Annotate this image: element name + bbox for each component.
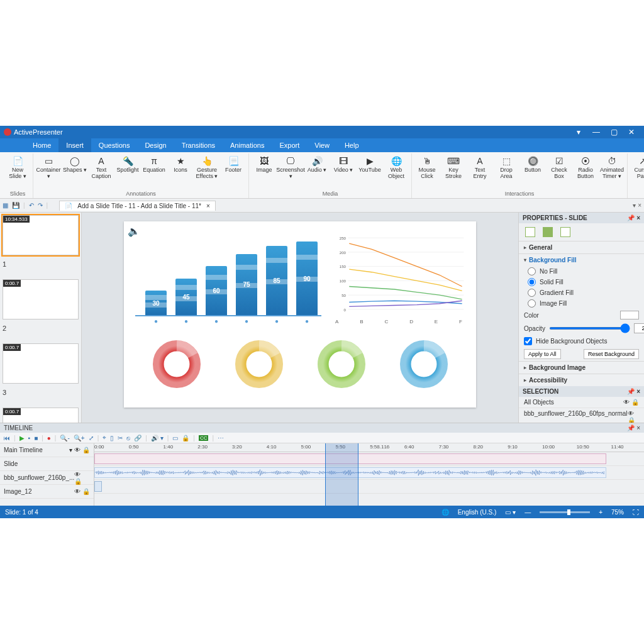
bar[interactable]: 30 <box>145 291 167 315</box>
zoom-in-icon[interactable]: + <box>599 509 602 516</box>
timeline-row-image[interactable]: Image_12👁 🔒 <box>0 485 94 499</box>
zoom-out-icon[interactable]: — <box>525 509 531 516</box>
ribbon-mouse-click[interactable]: 🖱MouseClick <box>414 153 440 181</box>
slide-thumbnail[interactable]: 0:00.7 <box>3 279 79 319</box>
bar[interactable]: 85 <box>266 246 287 316</box>
ribbon-new-slide-[interactable]: 📄NewSlide ▾ <box>5 153 30 181</box>
ribbon-radio-button[interactable]: ⦿RadioButton <box>573 153 598 181</box>
minimize-button[interactable]: — <box>587 128 605 136</box>
tl-more-icon[interactable]: ⋯ <box>218 435 224 441</box>
tl-play-icon[interactable]: ▶ <box>19 435 25 441</box>
ribbon-text-entry[interactable]: ATextEntry <box>467 153 492 181</box>
bar-chart[interactable]: 304560758590 <box>135 228 321 316</box>
timeline-row-audio[interactable]: bbb_sunflower_2160p_...👁 🔒 <box>0 471 94 485</box>
slide-canvas[interactable]: 🔈 304560758590 ●●●●●● 050100150200250 AB… <box>124 221 476 408</box>
tl-zoom-out-icon[interactable]: 🔍- <box>60 435 69 441</box>
timeline-track-select[interactable]: Main Timeline▾ 👁 🔒 <box>0 443 94 457</box>
ribbon-spotlight[interactable]: 🔦Spotlight <box>115 153 140 181</box>
prop-tab-3-icon[interactable] <box>560 227 570 237</box>
properties-tabs[interactable] <box>519 223 644 241</box>
section-accessibility[interactable]: ▸Accessibility <box>519 374 644 386</box>
opacity-slider[interactable] <box>549 327 630 330</box>
tl-lock-icon[interactable]: 🔒 <box>182 435 189 441</box>
close-tab-icon[interactable]: × <box>206 203 210 209</box>
menu-home[interactable]: Home <box>25 138 58 152</box>
slide-thumbnail[interactable]: 10:34.533 <box>3 215 79 255</box>
donut-chart[interactable] <box>317 340 366 389</box>
donut-chart[interactable] <box>235 340 284 389</box>
reset-bg-button[interactable]: Reset Background <box>584 349 639 359</box>
ribbon-youtube[interactable]: ▶YouTube <box>357 153 382 181</box>
properties-pin-icon[interactable]: 📌 × <box>627 214 640 221</box>
ribbon-shapes-[interactable]: ◯Shapes ▾ <box>62 153 87 181</box>
ribbon-footer[interactable]: 📃Footer <box>221 153 246 181</box>
ribbon-web-object[interactable]: 🌐WebObject <box>384 153 409 181</box>
track-audio[interactable] <box>94 466 644 480</box>
tl-link-icon[interactable]: 🔗 <box>134 435 142 441</box>
document-tab[interactable]: 📄 Add a Slide Title - 11 - Add a Slide T… <box>59 201 216 211</box>
timeline-tracks[interactable]: 0:000:501:402:303:204:105:005:505:58.116… <box>94 443 644 506</box>
menu-animations[interactable]: Animations <box>223 138 272 152</box>
ribbon-equation[interactable]: πEquation <box>142 153 167 181</box>
ribbon-button[interactable]: 🔘Button <box>520 153 545 181</box>
visibility-icon[interactable]: 👁 🔒 <box>623 399 639 406</box>
menu-design[interactable]: Design <box>137 138 174 152</box>
opacity-input[interactable] <box>634 323 644 333</box>
status-language[interactable]: English (U.S.) <box>458 509 497 516</box>
help-dropdown-icon[interactable]: ▾ <box>570 128 587 136</box>
tl-select-icon[interactable]: ▭ <box>172 435 178 441</box>
selection-pin-icon[interactable]: 📌 × <box>627 388 640 395</box>
section-general[interactable]: ▸General <box>519 241 644 253</box>
qa-save-icon[interactable]: 💾 <box>12 202 19 209</box>
tl-cc-icon[interactable]: CC <box>199 435 209 441</box>
fill-no-fill[interactable]: No Fill <box>519 266 644 277</box>
track-slide[interactable] <box>94 452 644 466</box>
menu-view[interactable]: View <box>307 138 337 152</box>
apply-all-button[interactable]: Apply to All <box>524 349 561 359</box>
prop-tab-2-icon[interactable] <box>543 227 553 237</box>
qa-redo-icon[interactable]: ↷ <box>38 202 43 209</box>
tl-snap-icon[interactable]: ⌖ <box>103 434 106 441</box>
color-swatch[interactable] <box>620 311 639 319</box>
tl-volume-icon[interactable]: 🔊 ▾ <box>151 435 164 441</box>
ribbon-video-[interactable]: 🎞Video ▾ <box>331 153 356 181</box>
bar[interactable]: 60 <box>206 266 227 315</box>
tl-pause-icon[interactable]: ▪ <box>28 435 31 441</box>
visibility-icon[interactable]: 👁 🔒 <box>628 410 639 424</box>
fill-image[interactable]: Image Fill <box>519 298 644 309</box>
playhead-selection[interactable] <box>325 443 358 506</box>
ribbon-gesture-effects-[interactable]: 👆GestureEffects ▾ <box>194 153 219 181</box>
timeline-row-slide[interactable]: Slide <box>0 457 94 471</box>
zoom-slider[interactable] <box>540 511 590 513</box>
tl-split-icon[interactable]: ⎋ <box>126 435 130 441</box>
ribbon-icons[interactable]: ★Icons <box>168 153 193 181</box>
section-background-fill[interactable]: ▾Background Fill <box>519 253 644 266</box>
tl-stop-icon[interactable]: ■ <box>34 435 38 441</box>
timeline-ruler[interactable]: 0:000:501:402:303:204:105:005:505:58.116… <box>94 443 644 452</box>
bar[interactable]: 90 <box>296 242 318 315</box>
ribbon-screenshot-[interactable]: 🖵Screenshot ▾ <box>278 153 303 181</box>
tl-record-icon[interactable]: ● <box>47 435 51 441</box>
menu-questions[interactable]: Questions <box>91 138 138 152</box>
canvas-area[interactable]: 🔈 304560758590 ●●●●●● 050100150200250 AB… <box>82 213 518 423</box>
close-button[interactable]: ✕ <box>623 128 640 136</box>
line-chart[interactable]: 050100150200250 <box>333 230 465 318</box>
tl-zoom-fit-icon[interactable]: ⤢ <box>89 435 94 441</box>
ribbon-image[interactable]: 🖼Image <box>252 153 277 181</box>
ribbon-check-box[interactable]: ☑CheckBox <box>547 153 572 181</box>
tl-zoom-in-icon[interactable]: 🔍+ <box>74 435 85 441</box>
ribbon-audio-[interactable]: 🔊Audio ▾ <box>304 153 330 181</box>
qa-undo-icon[interactable]: ↶ <box>29 202 34 209</box>
maximize-button[interactable]: ▢ <box>605 128 623 136</box>
menu-help[interactable]: Help <box>337 138 367 152</box>
selection-item[interactable]: All Objects👁 🔒 <box>519 397 644 408</box>
menu-transitions[interactable]: Transitions <box>174 138 223 152</box>
fill-gradient[interactable]: Gradient Fill <box>519 287 644 298</box>
donut-chart[interactable] <box>399 340 448 389</box>
prop-tab-1-icon[interactable] <box>525 227 535 237</box>
ribbon-key-stroke[interactable]: ⌨KeyStroke <box>441 153 466 181</box>
slide-thumbnail[interactable]: 0:00.7 <box>3 343 79 384</box>
section-background-image[interactable]: ▸Background Image <box>519 361 644 374</box>
zoom-percent[interactable]: 75% <box>611 509 624 516</box>
ribbon-cursor-path[interactable]: ↗CursorPath <box>630 153 644 181</box>
